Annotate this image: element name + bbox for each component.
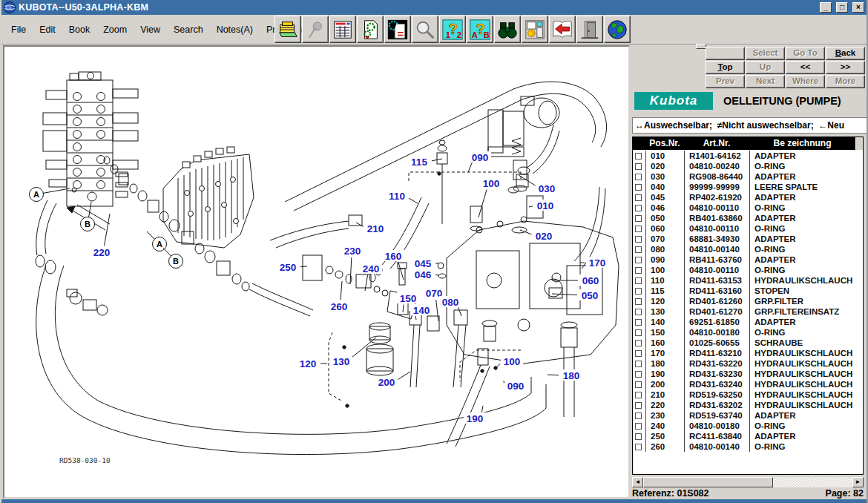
callout-200[interactable]: 200 (378, 377, 395, 388)
table-row[interactable]: 08004810-00140O-RING (633, 244, 863, 254)
row-checkbox[interactable] (635, 153, 642, 160)
table-row[interactable]: 14069251-61850ADAPTER (633, 317, 863, 327)
callout-210[interactable]: 210 (367, 223, 384, 234)
table-row[interactable]: 050RB401-63860ADAPTER (633, 213, 863, 223)
row-checkbox[interactable] (635, 340, 642, 346)
row-checkbox[interactable] (635, 236, 642, 243)
scroll-right-arrow[interactable]: ► (852, 477, 864, 487)
callout-190[interactable]: 190 (467, 413, 484, 424)
row-checkbox[interactable] (635, 350, 642, 357)
row-checkbox[interactable] (635, 361, 642, 367)
nav-button-back[interactable]: Back (826, 47, 865, 60)
row-checkbox[interactable] (635, 288, 642, 295)
table-row[interactable]: 250RC411-63840ADAPTER (633, 431, 863, 441)
callout-100[interactable]: 100 (483, 178, 500, 189)
row-checkbox[interactable] (635, 423, 642, 430)
nav-button-blank[interactable] (706, 47, 745, 60)
row-checkbox[interactable] (635, 194, 642, 201)
row-checkbox[interactable] (635, 412, 642, 419)
callout-240[interactable]: 240 (363, 263, 380, 274)
callout-120[interactable]: 120 (300, 358, 317, 369)
table-row[interactable]: 26004810-00140O-RING (633, 441, 863, 452)
table-row[interactable]: 115RD411-63160STOPEN (633, 286, 863, 296)
callout-260[interactable]: 260 (331, 301, 348, 312)
table-row[interactable]: 07068881-34930ADAPTER (633, 234, 863, 244)
row-checkbox[interactable] (635, 402, 642, 409)
row-checkbox[interactable] (635, 184, 642, 191)
callout-046[interactable]: 046 (415, 269, 432, 280)
row-checkbox[interactable] (635, 309, 642, 315)
callout-170[interactable]: 170 (589, 257, 606, 269)
callout-100[interactable]: 100 (504, 356, 521, 367)
table-row[interactable]: 210RD519-63250HYDRAULIKSCHLAUCH (633, 389, 863, 400)
callout-230[interactable]: 230 (344, 246, 361, 257)
row-checkbox[interactable] (635, 298, 642, 305)
row-checkbox[interactable] (635, 392, 642, 398)
table-row[interactable]: 16001025-60655SCHRAUBE (633, 338, 863, 348)
table-row[interactable]: 200RD431-63240HYDRAULIKSCHLAUCH (633, 379, 863, 389)
scrollbar-thumb[interactable] (643, 477, 773, 487)
panel-splitter-handle[interactable] (696, 44, 706, 49)
table-row[interactable]: 230RD519-63740ADAPTER (633, 410, 863, 421)
row-checkbox[interactable] (635, 433, 642, 440)
row-checkbox[interactable] (635, 205, 642, 211)
table-row[interactable]: 170RD411-63210HYDRAULIKSCHLAUCH (633, 348, 863, 358)
callout-020[interactable]: 020 (536, 231, 553, 242)
close-button[interactable]: × (852, 2, 864, 13)
callout-060[interactable]: 060 (582, 275, 599, 286)
row-checkbox[interactable] (635, 267, 642, 274)
horizontal-scrollbar[interactable]: ◄ ► (632, 477, 864, 487)
callout-050[interactable]: 050 (582, 290, 599, 301)
callout-180[interactable]: 180 (563, 370, 580, 381)
callout-110[interactable]: 110 (389, 191, 405, 202)
callout-130[interactable]: 130 (333, 356, 350, 367)
row-checkbox[interactable] (635, 226, 642, 232)
callout-115[interactable]: 115 (411, 157, 427, 168)
row-checkbox[interactable] (635, 215, 642, 222)
row-checkbox[interactable] (635, 444, 642, 450)
row-checkbox[interactable] (635, 329, 642, 336)
table-row[interactable]: 220RD431-63202HYDRAULIKSCHLAUCH (633, 400, 863, 410)
table-row[interactable]: 090RB411-63760ADAPTER (633, 254, 863, 265)
callout-010[interactable]: 010 (537, 200, 554, 211)
scrollbar-track[interactable] (643, 477, 852, 487)
table-row[interactable]: 120RD401-61260GRP.FILTER (633, 296, 863, 306)
callout-030[interactable]: 030 (539, 183, 556, 194)
row-checkbox[interactable] (635, 174, 642, 180)
row-checkbox[interactable] (635, 277, 642, 284)
nav-button-top[interactable]: Top (706, 61, 745, 74)
table-row[interactable]: 030RG908-86440ADAPTER (633, 171, 863, 182)
table-row[interactable]: 24004810-00180O-RING (633, 421, 863, 431)
nav-button-<<[interactable]: << (786, 61, 825, 74)
row-checkbox[interactable] (635, 381, 642, 388)
table-row[interactable]: 010R1401-64162ADAPTER (633, 151, 863, 161)
table-row[interactable]: 190RD431-63230HYDRAULIKSCHLAUCH (633, 369, 863, 379)
table-row[interactable]: 04604810-00110O-RING (633, 203, 863, 213)
callout-220[interactable]: 220 (93, 247, 111, 258)
row-checkbox[interactable] (635, 163, 642, 170)
callout-150[interactable]: 150 (400, 293, 417, 304)
table-row[interactable]: 10004810-00110O-RING (633, 265, 863, 275)
row-checkbox[interactable] (635, 246, 642, 253)
table-row[interactable]: 130RD401-61270GRP.FILTEREINSATZ (633, 306, 863, 317)
table-row[interactable]: 15004810-00180O-RING (633, 327, 863, 338)
row-checkbox[interactable] (635, 319, 642, 326)
row-checkbox[interactable] (635, 257, 642, 263)
table-row[interactable]: 110RD411-63153HYDRAULIKSCHLAUCH (633, 275, 863, 286)
callout-045[interactable]: 045 (415, 258, 432, 269)
row-checkbox[interactable] (635, 371, 642, 378)
scroll-left-arrow[interactable]: ◄ (632, 477, 643, 487)
nav-button->>[interactable]: >> (826, 61, 865, 74)
callout-160[interactable]: 160 (385, 251, 402, 262)
callout-250[interactable]: 250 (280, 262, 297, 273)
table-row[interactable]: 045RP402-61920ADAPTER (633, 192, 863, 203)
callout-090[interactable]: 090 (472, 152, 489, 163)
table-row[interactable]: 04099999-99999LEERE SPALTE (633, 182, 863, 192)
callout-090[interactable]: 090 (507, 381, 525, 392)
table-row[interactable]: 02004810-00240O-RING (633, 161, 863, 171)
maximize-button[interactable]: □ (836, 2, 848, 13)
table-row[interactable]: 06004810-00110O-RING (633, 223, 863, 234)
minimize-button[interactable]: _ (820, 2, 832, 13)
callout-140[interactable]: 140 (413, 305, 430, 316)
table-row[interactable]: 180RD431-63220HYDRAULIKSCHLAUCH (633, 358, 863, 369)
